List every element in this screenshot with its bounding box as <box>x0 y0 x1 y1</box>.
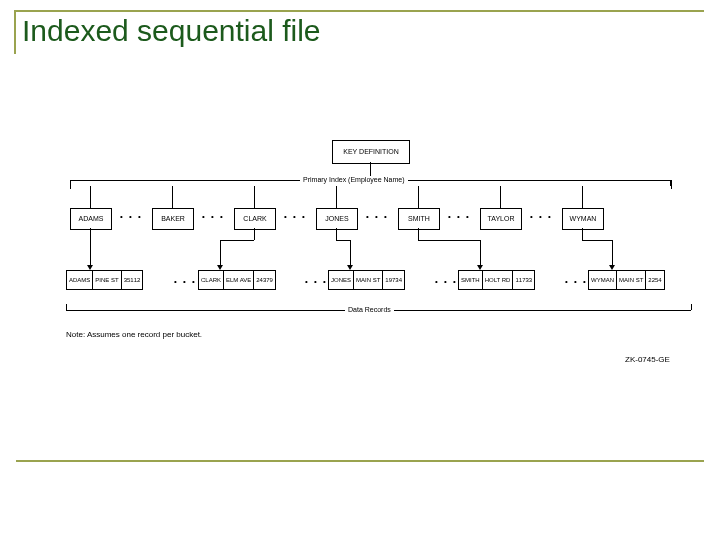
ellipsis-icon: • • • <box>366 212 389 221</box>
ellipsis-icon: • • • <box>448 212 471 221</box>
record-street: ELM AVE <box>223 270 253 290</box>
data-record: CLARK ELM AVE 24379 <box>198 270 276 290</box>
index-entry: CLARK <box>234 208 276 230</box>
connector <box>582 228 583 240</box>
connector <box>90 228 91 268</box>
record-code: 19734 <box>382 270 405 290</box>
diagram-note: Note: Assumes one record per bucket. <box>66 330 202 339</box>
record-code: 2254 <box>645 270 664 290</box>
connector <box>418 240 480 241</box>
connector <box>691 304 692 310</box>
connector <box>336 240 350 241</box>
connector <box>582 186 583 208</box>
connector <box>612 240 613 268</box>
connector <box>500 186 501 208</box>
diagram-container: KEY DEFINITION Primary Index (Employee N… <box>70 140 670 370</box>
ellipsis-icon: • • • <box>530 212 553 221</box>
ellipsis-icon: • • • <box>202 212 225 221</box>
record-code: 11733 <box>512 270 535 290</box>
slide-frame-left <box>14 10 16 54</box>
data-record: ADAMS PINE ST 35112 <box>66 270 143 290</box>
record-name: SMITH <box>458 270 482 290</box>
record-name: WYMAN <box>588 270 616 290</box>
slide-frame-top <box>14 10 704 12</box>
connector <box>582 240 612 241</box>
connector <box>220 240 254 241</box>
record-name: CLARK <box>198 270 223 290</box>
record-street: MAIN ST <box>353 270 382 290</box>
record-code: 35112 <box>121 270 144 290</box>
connector <box>220 240 221 268</box>
key-definition-box: KEY DEFINITION <box>332 140 410 164</box>
index-entry: WYMAN <box>562 208 604 230</box>
index-entry: TAYLOR <box>480 208 522 230</box>
ellipsis-icon: • • • <box>284 212 307 221</box>
connector <box>480 240 481 268</box>
connector <box>90 186 91 208</box>
connector <box>418 228 419 240</box>
ellipsis-icon: • • • <box>305 277 328 286</box>
slide-frame-bottom <box>16 460 704 462</box>
index-entry: JONES <box>316 208 358 230</box>
record-street: HOLT RD <box>482 270 513 290</box>
connector <box>670 180 671 186</box>
record-code: 24379 <box>253 270 276 290</box>
record-name: JONES <box>328 270 353 290</box>
record-street: PINE ST <box>92 270 120 290</box>
data-record: SMITH HOLT RD 11733 <box>458 270 535 290</box>
index-entry: SMITH <box>398 208 440 230</box>
connector <box>254 228 255 240</box>
ellipsis-icon: • • • <box>120 212 143 221</box>
connector <box>172 186 173 208</box>
connector <box>66 304 67 310</box>
ellipsis-icon: • • • <box>435 277 458 286</box>
figure-id: ZK-0745-GE <box>625 355 670 364</box>
data-records-label: Data Records <box>345 306 394 313</box>
connector <box>336 186 337 208</box>
record-street: MAIN ST <box>616 270 645 290</box>
connector <box>70 180 71 186</box>
connector <box>418 186 419 208</box>
index-entry: BAKER <box>152 208 194 230</box>
connector <box>254 186 255 208</box>
record-name: ADAMS <box>66 270 92 290</box>
connector <box>350 240 351 268</box>
connector <box>336 228 337 240</box>
data-record: JONES MAIN ST 19734 <box>328 270 405 290</box>
ellipsis-icon: • • • <box>565 277 588 286</box>
page-title: Indexed sequential file <box>22 14 329 48</box>
ellipsis-icon: • • • <box>174 277 197 286</box>
data-record: WYMAN MAIN ST 2254 <box>588 270 665 290</box>
primary-index-label: Primary Index (Employee Name) <box>300 176 408 183</box>
index-entry: ADAMS <box>70 208 112 230</box>
